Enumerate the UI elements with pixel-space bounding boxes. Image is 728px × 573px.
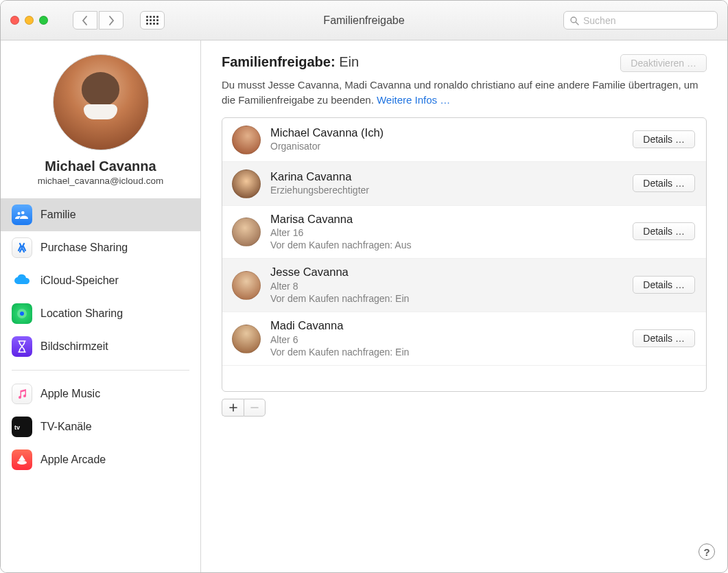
member-row[interactable]: Jesse Cavanna Alter 8 Vor dem Kaufen nac…: [222, 259, 706, 312]
avatar: [232, 271, 261, 300]
info-text-body: Du musst Jesse Cavanna, Madi Cavanna und…: [222, 79, 698, 106]
family-icon: [12, 204, 32, 225]
details-button[interactable]: Details …: [633, 329, 695, 347]
sidebar-divider: [12, 370, 189, 371]
avatar: [232, 218, 261, 246]
member-meta: Karina Cavanna Erziehungsberechtigter: [270, 169, 369, 197]
forward-button[interactable]: [99, 11, 124, 30]
avatar: [232, 169, 261, 198]
details-button[interactable]: Details …: [633, 174, 695, 192]
grid-icon: [146, 16, 158, 25]
details-button[interactable]: Details …: [633, 222, 695, 240]
hourglass-icon: [12, 336, 32, 357]
sidebar-nav: Familie Purchase Sharing iCloud-Speicher: [1, 198, 200, 476]
chevron-right-icon: [108, 16, 115, 25]
icloud-icon: [12, 270, 32, 291]
plus-icon: [228, 403, 238, 412]
member-age: Alter 16: [270, 226, 411, 239]
svg-point-5: [17, 460, 27, 465]
add-remove-controls: [222, 399, 707, 417]
close-window-button[interactable]: [10, 16, 19, 25]
apple-arcade-icon: [12, 449, 32, 470]
member-name: Marisa Cavanna: [270, 212, 411, 226]
sidebar-item-label: Bildschirmzeit: [40, 340, 108, 353]
svg-text:tv: tv: [14, 424, 20, 431]
search-icon: [570, 16, 579, 25]
panel-title: Familienfreigabe: Ein: [222, 54, 359, 70]
member-row[interactable]: Madi Cavanna Alter 6 Vor dem Kaufen nach…: [222, 312, 706, 366]
more-info-link[interactable]: Weitere Infos …: [377, 94, 450, 106]
sidebar-item-label: Location Sharing: [40, 307, 123, 320]
show-all-prefs-button[interactable]: [140, 11, 165, 30]
avatar: [232, 126, 261, 154]
svg-point-3: [20, 312, 24, 316]
member-meta: Madi Cavanna Alter 6 Vor dem Kaufen nach…: [270, 318, 409, 358]
help-button[interactable]: ?: [698, 543, 715, 560]
profile-name: Michael Cavanna: [1, 159, 200, 174]
sidebar-item-location-sharing[interactable]: Location Sharing: [1, 297, 200, 330]
member-meta: Jesse Cavanna Alter 8 Vor dem Kaufen nac…: [270, 265, 409, 305]
minimize-window-button[interactable]: [25, 16, 34, 25]
profile-avatar[interactable]: [53, 54, 149, 150]
add-member-button[interactable]: [222, 399, 244, 417]
zoom-window-button[interactable]: [39, 16, 48, 25]
sidebar-item-screen-time[interactable]: Bildschirmzeit: [1, 330, 200, 363]
remove-member-button[interactable]: [244, 399, 266, 417]
panel-title-label: Familienfreigabe:: [222, 54, 336, 69]
info-text: Du musst Jesse Cavanna, Madi Cavanna und…: [222, 78, 707, 108]
app-window: Familienfreigabe Michael Cavanna michael…: [0, 0, 728, 573]
search-field[interactable]: [563, 11, 718, 30]
sidebar-item-label: iCloud-Speicher: [40, 274, 119, 287]
search-input[interactable]: [583, 15, 712, 26]
window-title: Familienfreigabe: [174, 14, 554, 27]
panel-title-state: Ein: [339, 54, 359, 69]
sidebar-item-label: TV-Kanäle: [40, 421, 92, 433]
sidebar: Michael Cavanna michael_cavanna@icloud.c…: [1, 40, 201, 572]
apple-music-icon: [12, 384, 32, 404]
apple-tv-icon: tv: [12, 417, 32, 437]
member-age: Alter 6: [270, 334, 409, 346]
window-body: Michael Cavanna michael_cavanna@icloud.c…: [1, 40, 727, 572]
member-role: Erziehungsberechtigter: [270, 184, 369, 196]
appstore-icon: [12, 237, 32, 258]
sidebar-item-tv-channels[interactable]: tv TV-Kanäle: [1, 410, 200, 443]
find-my-icon: [12, 303, 32, 324]
member-age: Alter 8: [270, 280, 409, 292]
details-button[interactable]: Details …: [633, 276, 695, 294]
svg-line-1: [576, 22, 578, 25]
member-name: Karina Cavanna: [270, 169, 369, 184]
member-meta: Marisa Cavanna Alter 16 Vor dem Kaufen n…: [270, 212, 411, 252]
member-ask-to-buy: Vor dem Kaufen nachfragen: Ein: [270, 292, 409, 305]
member-row[interactable]: Michael Cavanna (Ich) Organisator Detail…: [222, 118, 706, 162]
deactivate-button[interactable]: Deaktivieren …: [620, 54, 707, 72]
titlebar: Familienfreigabe: [1, 1, 727, 40]
list-empty-space: [222, 366, 706, 391]
member-ask-to-buy: Vor dem Kaufen nachfragen: Ein: [270, 346, 409, 358]
back-button[interactable]: [73, 11, 97, 30]
sidebar-item-label: Purchase Sharing: [40, 242, 128, 254]
sidebar-item-label: Apple Arcade: [40, 454, 106, 466]
member-ask-to-buy: Vor dem Kaufen nachfragen: Aus: [270, 239, 411, 251]
member-role: Organisator: [270, 140, 384, 152]
member-list: Michael Cavanna (Ich) Organisator Detail…: [222, 117, 707, 392]
window-controls: [10, 16, 48, 25]
sidebar-item-familie[interactable]: Familie: [1, 198, 200, 231]
details-button[interactable]: Details …: [633, 130, 695, 148]
member-row[interactable]: Karina Cavanna Erziehungsberechtigter De…: [222, 162, 706, 206]
chevron-left-icon: [82, 16, 89, 25]
minus-icon: [250, 403, 259, 412]
avatar: [232, 325, 261, 353]
member-row[interactable]: Marisa Cavanna Alter 16 Vor dem Kaufen n…: [222, 206, 706, 259]
member-name: Michael Cavanna (Ich): [270, 126, 384, 140]
sidebar-item-label: Apple Music: [40, 388, 100, 400]
sidebar-item-label: Familie: [40, 209, 76, 221]
panel-header: Familienfreigabe: Ein Deaktivieren …: [222, 54, 707, 72]
member-name: Madi Cavanna: [270, 318, 409, 333]
nav-back-forward: [73, 11, 124, 30]
sidebar-item-apple-music[interactable]: Apple Music: [1, 377, 200, 410]
main-panel: Familienfreigabe: Ein Deaktivieren … Du …: [201, 40, 727, 572]
sidebar-item-purchase-sharing[interactable]: Purchase Sharing: [1, 231, 200, 264]
sidebar-item-apple-arcade[interactable]: Apple Arcade: [1, 443, 200, 476]
member-meta: Michael Cavanna (Ich) Organisator: [270, 126, 384, 153]
sidebar-item-icloud-storage[interactable]: iCloud-Speicher: [1, 264, 200, 297]
